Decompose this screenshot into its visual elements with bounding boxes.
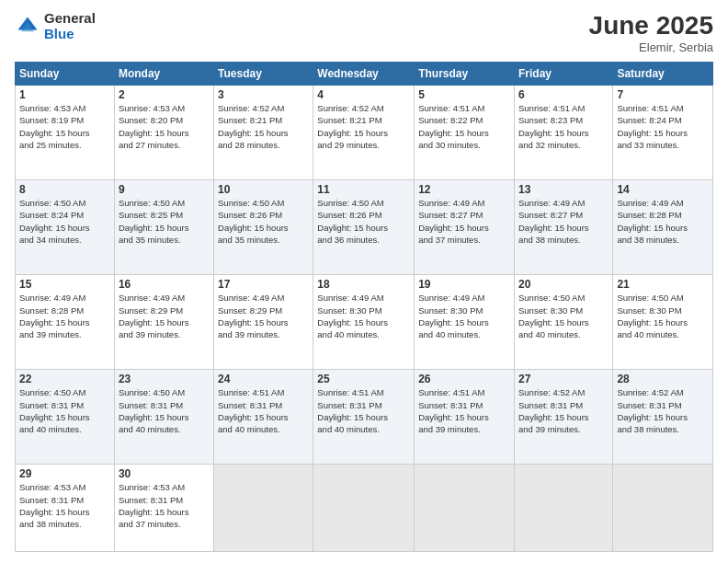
calendar-cell: 22Sunrise: 4:50 AM Sunset: 8:31 PM Dayli… xyxy=(16,370,115,465)
day-info: Sunrise: 4:52 AM Sunset: 8:21 PM Dayligh… xyxy=(218,102,309,151)
day-number: 3 xyxy=(218,88,309,101)
calendar-cell: 29Sunrise: 4:53 AM Sunset: 8:31 PM Dayli… xyxy=(16,465,115,552)
day-info: Sunrise: 4:49 AM Sunset: 8:27 PM Dayligh… xyxy=(518,197,609,246)
day-info: Sunrise: 4:49 AM Sunset: 8:27 PM Dayligh… xyxy=(418,197,510,246)
day-number: 20 xyxy=(518,278,609,291)
day-info: Sunrise: 4:50 AM Sunset: 8:26 PM Dayligh… xyxy=(218,197,309,246)
day-info: Sunrise: 4:50 AM Sunset: 8:24 PM Dayligh… xyxy=(19,197,110,246)
day-number: 24 xyxy=(218,373,309,385)
calendar-cell: 25Sunrise: 4:51 AM Sunset: 8:31 PM Dayli… xyxy=(313,370,415,465)
day-info: Sunrise: 4:50 AM Sunset: 8:30 PM Dayligh… xyxy=(518,292,609,340)
day-number: 4 xyxy=(317,88,410,101)
day-info: Sunrise: 4:51 AM Sunset: 8:31 PM Dayligh… xyxy=(317,386,410,435)
calendar-cell: 18Sunrise: 4:49 AM Sunset: 8:30 PM Dayli… xyxy=(313,275,415,370)
day-number: 7 xyxy=(617,88,709,101)
day-info: Sunrise: 4:51 AM Sunset: 8:23 PM Dayligh… xyxy=(518,102,609,151)
day-number: 18 xyxy=(317,278,410,291)
calendar-cell: 11Sunrise: 4:50 AM Sunset: 8:26 PM Dayli… xyxy=(313,180,415,275)
col-header-sunday: Sunday xyxy=(16,63,115,86)
title-block: June 2025 Elemir, Serbia xyxy=(589,11,713,54)
day-number: 9 xyxy=(119,183,210,196)
day-info: Sunrise: 4:53 AM Sunset: 8:19 PM Dayligh… xyxy=(19,102,110,151)
day-info: Sunrise: 4:52 AM Sunset: 8:21 PM Dayligh… xyxy=(317,102,410,151)
col-header-monday: Monday xyxy=(114,63,213,86)
day-number: 29 xyxy=(19,467,110,480)
calendar-cell: 6Sunrise: 4:51 AM Sunset: 8:23 PM Daylig… xyxy=(514,86,612,180)
day-number: 17 xyxy=(218,278,309,291)
col-header-saturday: Saturday xyxy=(613,63,713,86)
location: Elemir, Serbia xyxy=(589,40,713,54)
calendar-cell: 24Sunrise: 4:51 AM Sunset: 8:31 PM Dayli… xyxy=(214,370,313,465)
day-info: Sunrise: 4:49 AM Sunset: 8:30 PM Dayligh… xyxy=(317,292,410,340)
logo-icon xyxy=(15,14,40,40)
day-number: 14 xyxy=(617,183,709,196)
day-number: 11 xyxy=(317,183,410,196)
day-info: Sunrise: 4:52 AM Sunset: 8:31 PM Dayligh… xyxy=(518,386,609,435)
day-number: 27 xyxy=(518,373,609,385)
calendar-cell: 21Sunrise: 4:50 AM Sunset: 8:30 PM Dayli… xyxy=(613,275,713,370)
calendar-cell: 30Sunrise: 4:53 AM Sunset: 8:31 PM Dayli… xyxy=(114,465,213,552)
day-number: 6 xyxy=(518,88,609,101)
day-number: 28 xyxy=(617,373,709,385)
day-number: 16 xyxy=(119,278,210,291)
calendar-table: SundayMondayTuesdayWednesdayThursdayFrid… xyxy=(15,62,713,552)
logo-general: General xyxy=(44,11,96,27)
day-info: Sunrise: 4:51 AM Sunset: 8:31 PM Dayligh… xyxy=(418,386,510,435)
day-info: Sunrise: 4:50 AM Sunset: 8:25 PM Dayligh… xyxy=(119,197,210,246)
logo-text: General Blue xyxy=(44,11,96,41)
day-number: 22 xyxy=(19,373,110,385)
day-number: 5 xyxy=(418,88,510,101)
day-number: 12 xyxy=(418,183,510,196)
day-info: Sunrise: 4:51 AM Sunset: 8:31 PM Dayligh… xyxy=(218,386,309,435)
calendar-cell: 13Sunrise: 4:49 AM Sunset: 8:27 PM Dayli… xyxy=(514,180,612,275)
day-number: 19 xyxy=(418,278,510,291)
calendar-cell: 9Sunrise: 4:50 AM Sunset: 8:25 PM Daylig… xyxy=(114,180,213,275)
calendar-cell: 15Sunrise: 4:49 AM Sunset: 8:28 PM Dayli… xyxy=(16,275,115,370)
col-header-tuesday: Tuesday xyxy=(214,63,313,86)
calendar-cell: 8Sunrise: 4:50 AM Sunset: 8:24 PM Daylig… xyxy=(16,180,115,275)
day-number: 30 xyxy=(119,467,210,480)
day-info: Sunrise: 4:51 AM Sunset: 8:24 PM Dayligh… xyxy=(617,102,709,151)
day-info: Sunrise: 4:52 AM Sunset: 8:31 PM Dayligh… xyxy=(617,386,709,435)
day-number: 1 xyxy=(19,88,110,101)
calendar-cell: 16Sunrise: 4:49 AM Sunset: 8:29 PM Dayli… xyxy=(114,275,213,370)
month-title: June 2025 xyxy=(589,11,713,40)
calendar-cell xyxy=(313,465,415,552)
day-info: Sunrise: 4:49 AM Sunset: 8:30 PM Dayligh… xyxy=(418,292,510,340)
day-number: 23 xyxy=(119,373,210,385)
calendar-cell: 27Sunrise: 4:52 AM Sunset: 8:31 PM Dayli… xyxy=(514,370,612,465)
page: General Blue June 2025 Elemir, Serbia Su… xyxy=(0,0,728,563)
day-info: Sunrise: 4:50 AM Sunset: 8:31 PM Dayligh… xyxy=(119,386,210,435)
calendar-cell xyxy=(415,465,515,552)
calendar-cell: 14Sunrise: 4:49 AM Sunset: 8:28 PM Dayli… xyxy=(613,180,713,275)
calendar-cell: 17Sunrise: 4:49 AM Sunset: 8:29 PM Dayli… xyxy=(214,275,313,370)
calendar-cell: 28Sunrise: 4:52 AM Sunset: 8:31 PM Dayli… xyxy=(613,370,713,465)
day-info: Sunrise: 4:49 AM Sunset: 8:28 PM Dayligh… xyxy=(19,292,110,340)
day-number: 10 xyxy=(218,183,309,196)
calendar-cell: 7Sunrise: 4:51 AM Sunset: 8:24 PM Daylig… xyxy=(613,86,713,180)
day-info: Sunrise: 4:50 AM Sunset: 8:26 PM Dayligh… xyxy=(317,197,410,246)
logo-blue: Blue xyxy=(44,27,96,42)
col-header-friday: Friday xyxy=(514,63,612,86)
calendar-cell: 1Sunrise: 4:53 AM Sunset: 8:19 PM Daylig… xyxy=(16,86,115,180)
day-number: 25 xyxy=(317,373,410,385)
logo: General Blue xyxy=(15,11,96,41)
day-info: Sunrise: 4:49 AM Sunset: 8:28 PM Dayligh… xyxy=(617,197,709,246)
calendar-cell xyxy=(613,465,713,552)
day-info: Sunrise: 4:49 AM Sunset: 8:29 PM Dayligh… xyxy=(119,292,210,340)
day-number: 26 xyxy=(418,373,510,385)
day-info: Sunrise: 4:50 AM Sunset: 8:30 PM Dayligh… xyxy=(617,292,709,340)
day-info: Sunrise: 4:50 AM Sunset: 8:31 PM Dayligh… xyxy=(19,386,110,435)
day-number: 15 xyxy=(19,278,110,291)
calendar-cell: 20Sunrise: 4:50 AM Sunset: 8:30 PM Dayli… xyxy=(514,275,612,370)
calendar-cell: 3Sunrise: 4:52 AM Sunset: 8:21 PM Daylig… xyxy=(214,86,313,180)
col-header-wednesday: Wednesday xyxy=(313,63,415,86)
day-info: Sunrise: 4:49 AM Sunset: 8:29 PM Dayligh… xyxy=(218,292,309,340)
calendar-cell: 2Sunrise: 4:53 AM Sunset: 8:20 PM Daylig… xyxy=(114,86,213,180)
day-info: Sunrise: 4:51 AM Sunset: 8:22 PM Dayligh… xyxy=(418,102,510,151)
calendar-cell xyxy=(514,465,612,552)
calendar-cell: 19Sunrise: 4:49 AM Sunset: 8:30 PM Dayli… xyxy=(415,275,515,370)
calendar-header-row: SundayMondayTuesdayWednesdayThursdayFrid… xyxy=(16,63,713,86)
calendar-cell: 5Sunrise: 4:51 AM Sunset: 8:22 PM Daylig… xyxy=(415,86,515,180)
col-header-thursday: Thursday xyxy=(415,63,515,86)
